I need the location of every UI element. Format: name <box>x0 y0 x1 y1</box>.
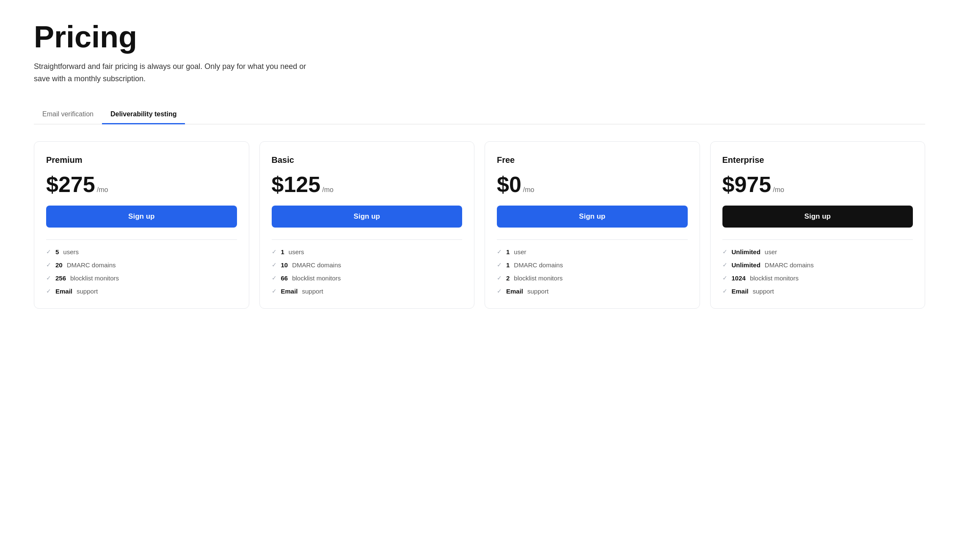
price-amount-basic: $125 <box>272 173 321 195</box>
check-icon: ✓ <box>722 275 728 281</box>
list-item: ✓Email support <box>272 288 463 295</box>
check-icon: ✓ <box>497 275 502 281</box>
list-item: ✓1 user <box>497 248 688 255</box>
check-icon: ✓ <box>722 288 728 294</box>
check-icon: ✓ <box>46 248 51 255</box>
check-icon: ✓ <box>722 248 728 255</box>
price-period-free: /mo <box>523 186 535 194</box>
price-amount-free: $0 <box>497 173 521 195</box>
page-subtitle: Straightforward and fair pricing is alwa… <box>34 60 322 85</box>
list-item: ✓5 users <box>46 248 237 255</box>
list-item: ✓Unlimited user <box>722 248 913 255</box>
list-item: ✓Unlimited DMARC domains <box>722 261 913 269</box>
feature-bold-text: 1 <box>281 248 284 255</box>
price-row-free: $0/mo <box>497 173 688 195</box>
features-list-enterprise: ✓Unlimited user✓Unlimited DMARC domains✓… <box>722 248 913 295</box>
check-icon: ✓ <box>46 261 51 268</box>
features-list-free: ✓1 user✓1 DMARC domains✓2 blocklist moni… <box>497 248 688 295</box>
divider-free <box>497 239 688 240</box>
price-row-premium: $275/mo <box>46 173 237 195</box>
list-item: ✓2 blocklist monitors <box>497 275 688 282</box>
price-amount-enterprise: $975 <box>722 173 772 195</box>
price-row-basic: $125/mo <box>272 173 463 195</box>
tab-deliverability-testing[interactable]: Deliverability testing <box>102 105 185 124</box>
feature-bold-text: Unlimited <box>732 248 761 255</box>
signup-button-premium[interactable]: Sign up <box>46 206 237 228</box>
signup-button-basic[interactable]: Sign up <box>272 206 463 228</box>
plan-card-free: Free$0/moSign up✓1 user✓1 DMARC domains✓… <box>485 141 700 309</box>
signup-button-enterprise[interactable]: Sign up <box>722 206 913 228</box>
list-item: ✓1024 blocklist monitors <box>722 275 913 282</box>
price-period-enterprise: /mo <box>773 186 784 194</box>
plan-name-enterprise: Enterprise <box>722 155 913 165</box>
divider-enterprise <box>722 239 913 240</box>
tabs-container: Email verificationDeliverability testing <box>34 105 925 124</box>
page-title: Pricing <box>34 20 925 54</box>
signup-button-free[interactable]: Sign up <box>497 206 688 228</box>
tab-email-verification[interactable]: Email verification <box>34 105 102 124</box>
list-item: ✓66 blocklist monitors <box>272 275 463 282</box>
check-icon: ✓ <box>46 288 51 294</box>
list-item: ✓Email support <box>497 288 688 295</box>
feature-bold-text: 1 <box>506 248 510 255</box>
price-period-premium: /mo <box>97 186 108 194</box>
list-item: ✓Email support <box>722 288 913 295</box>
check-icon: ✓ <box>497 261 502 268</box>
features-list-basic: ✓1 users✓10 DMARC domains✓66 blocklist m… <box>272 248 463 295</box>
price-amount-premium: $275 <box>46 173 95 195</box>
check-icon: ✓ <box>272 248 277 255</box>
plan-name-free: Free <box>497 155 688 165</box>
check-icon: ✓ <box>272 275 277 281</box>
list-item: ✓10 DMARC domains <box>272 261 463 269</box>
feature-bold-text: Email <box>55 288 72 295</box>
feature-bold-text: 66 <box>281 275 288 282</box>
list-item: ✓20 DMARC domains <box>46 261 237 269</box>
plan-name-premium: Premium <box>46 155 237 165</box>
feature-bold-text: 256 <box>55 275 66 282</box>
feature-bold-text: 1 <box>506 261 510 269</box>
check-icon: ✓ <box>722 261 728 268</box>
list-item: ✓Email support <box>46 288 237 295</box>
check-icon: ✓ <box>497 288 502 294</box>
pricing-grid: Premium$275/moSign up✓5 users✓20 DMARC d… <box>34 141 925 309</box>
feature-bold-text: 2 <box>506 275 510 282</box>
price-period-basic: /mo <box>322 186 333 194</box>
check-icon: ✓ <box>497 248 502 255</box>
plan-card-premium: Premium$275/moSign up✓5 users✓20 DMARC d… <box>34 141 249 309</box>
feature-bold-text: 1024 <box>732 275 746 282</box>
list-item: ✓1 DMARC domains <box>497 261 688 269</box>
feature-bold-text: Email <box>281 288 298 295</box>
plan-card-basic: Basic$125/moSign up✓1 users✓10 DMARC dom… <box>259 141 475 309</box>
feature-bold-text: 5 <box>55 248 59 255</box>
divider-basic <box>272 239 463 240</box>
feature-bold-text: Unlimited <box>732 261 761 269</box>
plan-card-enterprise: Enterprise$975/moSign up✓Unlimited user✓… <box>710 141 926 309</box>
feature-bold-text: Email <box>506 288 523 295</box>
divider-premium <box>46 239 237 240</box>
list-item: ✓256 blocklist monitors <box>46 275 237 282</box>
check-icon: ✓ <box>46 275 51 281</box>
feature-bold-text: Email <box>732 288 749 295</box>
feature-bold-text: 20 <box>55 261 63 269</box>
price-row-enterprise: $975/mo <box>722 173 913 195</box>
plan-name-basic: Basic <box>272 155 463 165</box>
list-item: ✓1 users <box>272 248 463 255</box>
features-list-premium: ✓5 users✓20 DMARC domains✓256 blocklist … <box>46 248 237 295</box>
feature-bold-text: 10 <box>281 261 288 269</box>
check-icon: ✓ <box>272 261 277 268</box>
check-icon: ✓ <box>272 288 277 294</box>
